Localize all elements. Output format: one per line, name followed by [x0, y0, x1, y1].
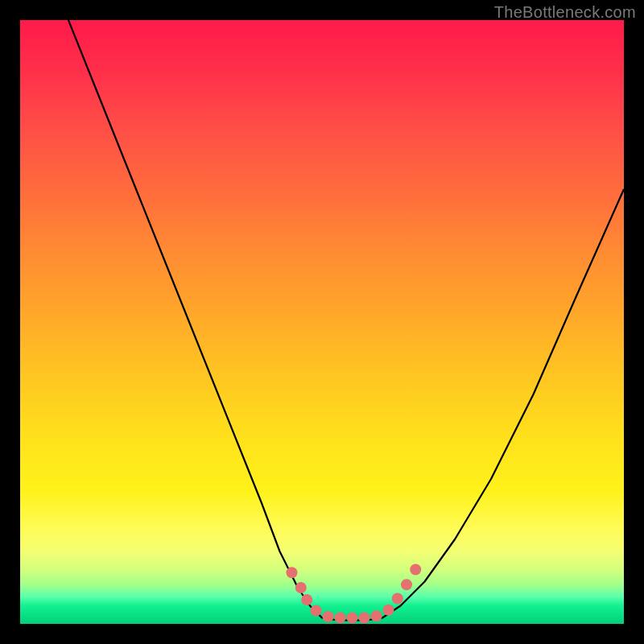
highlight-dot [401, 579, 412, 590]
highlight-dot [335, 613, 346, 624]
highlight-dot [311, 605, 322, 617]
highlight-markers [287, 564, 422, 624]
curve-line [68, 20, 624, 621]
highlight-dot [371, 610, 382, 621]
highlight-dot [392, 593, 403, 605]
highlight-dot [295, 582, 307, 593]
chart-frame: TheBottleneck.com [0, 0, 644, 644]
highlight-dot [323, 611, 334, 622]
bottleneck-curve [68, 20, 624, 621]
highlight-dot [359, 613, 370, 624]
chart-svg [20, 20, 624, 624]
highlight-dot [347, 613, 358, 624]
highlight-dot [287, 567, 298, 578]
highlight-dot [301, 594, 312, 605]
highlight-dot [383, 605, 394, 616]
highlight-dot [410, 564, 421, 576]
watermark-text: TheBottleneck.com [494, 3, 636, 22]
